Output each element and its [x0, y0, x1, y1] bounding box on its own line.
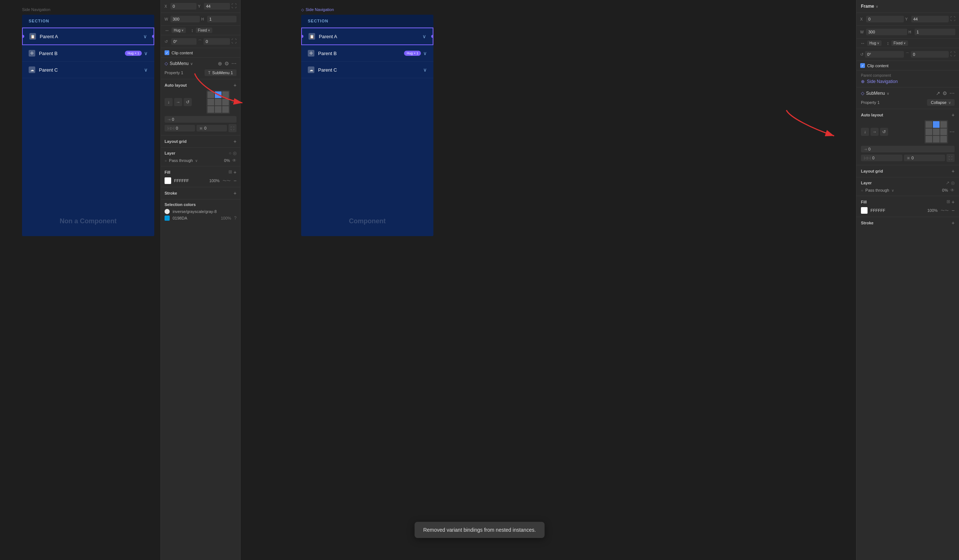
right-align-ml[interactable] [926, 129, 932, 135]
right-nav-item-c[interactable]: ☁ Parent C ∨ [301, 62, 433, 78]
right-clip-checkbox[interactable]: ✓ [860, 63, 865, 68]
right-dir-right[interactable]: → [870, 128, 879, 136]
left-h-field[interactable]: H 1 [201, 16, 237, 22]
right-padding-expand[interactable]: ⛶ [946, 154, 954, 162]
right-align-tc[interactable] [933, 121, 940, 128]
right-padding-h-input[interactable]: |◁▷| 0 [861, 154, 902, 161]
right-dir-down[interactable]: ↓ [861, 128, 869, 136]
right-dir-wrap[interactable]: ↺ [880, 128, 888, 136]
left-align-mr[interactable] [222, 99, 229, 105]
left-corner-value[interactable]: 0 [204, 38, 230, 45]
left-instance-settings-icon[interactable]: ⚙ [225, 60, 229, 67]
left-align-bc[interactable] [215, 106, 221, 113]
right-align-bl[interactable] [926, 136, 932, 143]
right-align-tr[interactable] [940, 121, 947, 128]
right-layer-link-icon[interactable]: ↗ [946, 180, 949, 185]
left-autolayout-add[interactable]: + [234, 82, 237, 88]
left-fill-opacity[interactable]: 100% [209, 178, 220, 183]
right-fill-hide-icon[interactable]: 〜〜 [941, 208, 949, 213]
left-property-value-box[interactable]: T SubMenu 1 [205, 69, 237, 76]
right-y-field[interactable]: Y 44 [905, 16, 949, 22]
left-fill-remove[interactable]: − [234, 178, 237, 184]
left-fill-grid-icon[interactable]: ⊞ [228, 169, 232, 175]
right-instance-settings-icon[interactable]: ⚙ [943, 90, 947, 96]
right-property-value-box[interactable]: Collapse ∨ [927, 99, 954, 106]
left-rotation-value[interactable]: 0° [171, 38, 196, 45]
right-h-field[interactable]: H 1 [909, 29, 956, 35]
right-w-field[interactable]: W 300 [860, 29, 907, 35]
left-clip-checkbox[interactable]: ✓ [164, 50, 169, 55]
right-instance-more-icon[interactable]: ⋯ [949, 90, 954, 96]
left-pass-through-dropdown[interactable]: ∨ [195, 159, 198, 163]
left-fill-hex[interactable]: FFFFFF [174, 178, 206, 183]
left-dir-wrap[interactable]: ↺ [184, 98, 192, 106]
left-padding-v-input[interactable]: ▣ 0 [196, 125, 227, 132]
left-instance-target-icon[interactable]: ⊕ [218, 60, 222, 67]
right-pass-through-dropdown[interactable]: ∨ [891, 188, 894, 192]
right-eye-icon[interactable]: 👁 [950, 188, 954, 193]
left-resize-icon[interactable]: ⛶ [231, 3, 237, 10]
left-x-value[interactable]: 0 [170, 3, 196, 10]
right-fill-add[interactable]: + [952, 199, 954, 205]
right-rotation-value[interactable]: 0° [865, 51, 904, 58]
left-dir-right[interactable]: → [174, 98, 182, 106]
right-y-value[interactable]: 44 [911, 16, 949, 22]
left-x-field[interactable]: X 0 [164, 3, 196, 10]
right-nav-item-b[interactable]: ✛ Parent B Hug × 1 ∨ [301, 45, 433, 62]
right-corner-value[interactable]: 0 [911, 51, 949, 58]
right-autolayout-add[interactable]: + [952, 112, 954, 118]
right-align-mr[interactable] [940, 129, 947, 135]
left-dir-down[interactable]: ↓ [164, 98, 173, 106]
left-padding-h-input[interactable]: |◁▷| 0 [164, 125, 195, 132]
right-opacity-value[interactable]: 0% [942, 188, 948, 192]
left-layer-mask-icon[interactable]: ○ [229, 151, 231, 156]
left-fill-add[interactable]: + [234, 169, 237, 175]
left-hug-btn[interactable]: Hug ∨ [172, 27, 186, 33]
right-hug-btn[interactable]: Hug ∨ [867, 40, 881, 46]
left-padding-expand[interactable]: ⛶ [228, 124, 237, 132]
right-corner-field[interactable]: ⌒ 0 [905, 51, 949, 58]
left-nav-item-b[interactable]: ✛ Parent B Hug × 1 ∨ [22, 45, 154, 62]
left-fill-swatch[interactable] [164, 177, 171, 184]
right-x-value[interactable]: 0 [866, 16, 904, 22]
left-align-br[interactable] [222, 106, 229, 113]
left-align-mc[interactable] [215, 99, 221, 105]
right-fill-remove[interactable]: − [952, 207, 954, 213]
left-align-bl[interactable] [207, 106, 214, 113]
left-opacity-value[interactable]: 0% [224, 158, 230, 163]
right-align-mc[interactable] [933, 129, 940, 135]
left-instance-more-icon[interactable]: ⋯ [231, 60, 237, 67]
right-instance-link-icon[interactable]: ↗ [936, 90, 940, 96]
left-rotation-field[interactable]: ↺ 0° [164, 38, 196, 45]
left-align-ml[interactable] [207, 99, 214, 105]
left-h-value[interactable]: 1 [207, 16, 237, 22]
right-rotation-field[interactable]: ↺ 0° [860, 51, 904, 58]
left-w-value[interactable]: 300 [170, 16, 200, 22]
right-h-value[interactable]: 1 [914, 29, 956, 35]
right-w-value[interactable]: 300 [866, 29, 907, 35]
right-align-tl[interactable] [926, 121, 932, 128]
right-corner-resize[interactable]: ⛶ [950, 51, 955, 58]
left-stroke-add[interactable]: + [234, 190, 237, 196]
right-nav-item-a[interactable]: 📋 Parent A ∨ [301, 27, 433, 45]
left-y-field[interactable]: Y 44 [198, 3, 230, 10]
left-sel-color-2-help[interactable]: ? [234, 216, 237, 221]
left-align-tr[interactable] [222, 91, 229, 98]
left-fill-hide-icon[interactable]: 〜〜 [223, 178, 231, 184]
left-fixed-btn[interactable]: Fixed ∨ [196, 27, 212, 33]
left-align-tc[interactable] [215, 91, 221, 98]
right-parent-comp-name[interactable]: Side Navigation [867, 79, 898, 84]
right-fill-grid-icon[interactable]: ⊞ [946, 199, 950, 205]
left-layout-grid-add[interactable]: + [234, 138, 237, 144]
left-corner-resize[interactable]: ⛶ [231, 38, 237, 45]
right-align-bc[interactable] [933, 136, 940, 143]
left-spacing-input[interactable]: ⇥ 0 [164, 116, 237, 123]
left-align-tl[interactable] [207, 91, 214, 98]
left-corner-field[interactable]: ⌒ 0 [198, 38, 230, 45]
right-layer-target-icon[interactable]: ◎ [951, 180, 954, 185]
right-spacing-input[interactable]: ⇥ 0 [861, 146, 954, 153]
right-fill-opacity[interactable]: 100% [927, 208, 938, 213]
left-nav-item-a[interactable]: 📋 Parent A ∨ [22, 27, 154, 45]
right-stroke-add[interactable]: + [952, 220, 954, 226]
left-autolayout-more[interactable]: ⋯ [231, 99, 237, 105]
